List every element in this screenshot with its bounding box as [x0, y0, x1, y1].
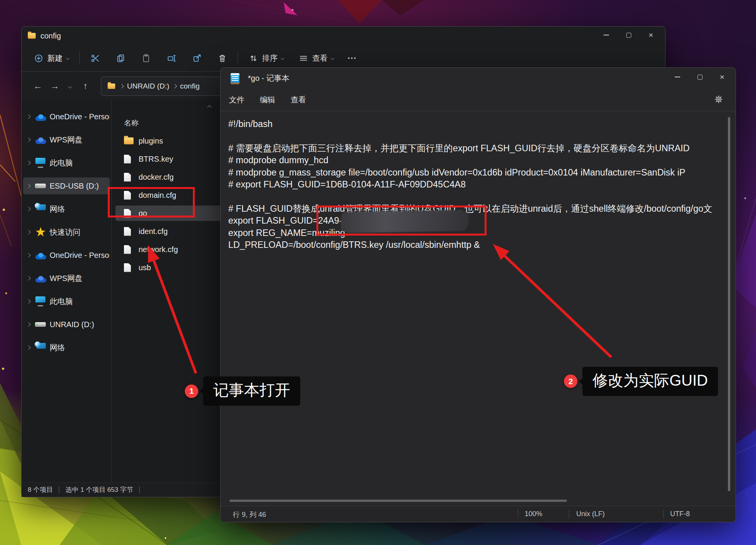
file-icon — [124, 245, 134, 254]
sidebar-item-wps-cloud-1[interactable]: WPS网盘 — [23, 131, 110, 148]
folder-icon — [124, 137, 134, 144]
minimize-button[interactable] — [666, 69, 689, 85]
cloud-wps-icon — [35, 272, 47, 284]
recent-locations-button[interactable] — [63, 83, 77, 89]
callout-step-1: 1 记事本打开 — [185, 377, 300, 405]
sidebar-item-wps-cloud-2[interactable]: WPS网盘 — [23, 270, 110, 287]
breadcrumb-drive[interactable]: UNRAID (D:) — [127, 82, 169, 90]
sidebar-item-this-pc-2[interactable]: 此电脑 — [23, 293, 110, 310]
minimize-icon — [675, 77, 680, 77]
view-button[interactable]: 查看 — [294, 50, 338, 67]
chevron-down-icon — [331, 56, 334, 60]
sidebar-item-onedrive-personal-2[interactable]: OneDrive - Personal — [23, 247, 110, 264]
chevron-expand-icon[interactable] — [26, 114, 30, 119]
share-button[interactable] — [187, 50, 206, 67]
new-button[interactable]: 新建 — [29, 50, 73, 67]
up-button[interactable]: ↑ — [77, 81, 94, 91]
notepad-menu-bar: 文件 编辑 查看 — [221, 89, 736, 111]
cloud-wps-icon — [35, 134, 47, 145]
maximize-button[interactable] — [617, 27, 640, 43]
status-separator — [569, 509, 569, 518]
sidebar-item-this-pc-1[interactable]: 此电脑 — [23, 154, 110, 171]
sidebar-item-quick-access[interactable]: 快速访问 — [23, 224, 110, 241]
horizontal-scrollbar[interactable] — [229, 500, 567, 502]
menu-view[interactable]: 查看 — [285, 92, 311, 108]
chevron-expand-icon[interactable] — [26, 160, 30, 165]
more-options-button[interactable] — [344, 54, 360, 62]
chevron-expand-icon[interactable] — [26, 230, 30, 234]
explorer-title-bar: config × — [22, 27, 665, 45]
maximize-icon — [626, 33, 631, 38]
chevron-expand-icon[interactable] — [26, 184, 30, 188]
file-icon — [124, 155, 134, 164]
sidebar-item-unraid-d[interactable]: UNRAID (D:) — [23, 316, 110, 333]
notepad-text-area[interactable]: #!/bin/bash# 需要硬盘启动把下面三行注释去掉，并把更下面行里的exp… — [228, 118, 719, 495]
drive-icon — [35, 319, 47, 330]
notepad-window-controls: × — [666, 69, 733, 85]
menu-edit[interactable]: 编辑 — [254, 92, 281, 108]
chevron-expand-icon[interactable] — [26, 276, 30, 280]
status-separator — [59, 486, 59, 493]
forward-button[interactable]: → — [46, 81, 63, 91]
column-header-name[interactable]: 名称 — [124, 118, 139, 128]
sort-button[interactable]: 排序 — [244, 50, 288, 67]
chevron-expand-icon[interactable] — [26, 137, 30, 142]
zoom-level[interactable]: 100% — [525, 510, 542, 518]
close-icon: × — [720, 72, 724, 82]
trash-icon — [217, 53, 227, 64]
selection-info: 选中 1 个项目 653 字节 — [65, 485, 133, 494]
chevron-expand-icon[interactable] — [26, 253, 30, 257]
paste-button[interactable] — [137, 50, 155, 67]
cut-button[interactable] — [86, 50, 104, 67]
notepad-text-line — [228, 130, 719, 142]
desktop: config × 新建 — [0, 0, 756, 545]
sidebar-item-network-2[interactable]: 网络 — [23, 339, 110, 356]
rename-button[interactable] — [162, 50, 181, 67]
sidebar-item-esd-usb-d[interactable]: ESD-USB (D:) — [23, 177, 110, 194]
maximize-icon — [697, 75, 702, 80]
chevron-expand-icon[interactable] — [26, 299, 30, 303]
step-number-badge: 1 — [185, 385, 198, 398]
copy-button[interactable] — [111, 50, 130, 67]
breadcrumb-folder[interactable]: config — [180, 82, 200, 90]
file-icon — [124, 263, 134, 272]
close-button[interactable]: × — [640, 27, 662, 43]
highlight-rect-guid-line — [316, 206, 487, 236]
sidebar-item-onedrive-personal-1[interactable]: OneDrive - Personal — [23, 108, 110, 125]
share-icon — [191, 53, 202, 64]
notepad-title-bar: *go - 记事本 × — [221, 68, 736, 89]
maximize-button[interactable] — [689, 69, 711, 85]
address-bar[interactable]: UNRAID (D:) config — [101, 77, 225, 96]
cursor-position: 行 9, 列 46 — [233, 510, 266, 519]
line-ending[interactable]: Unix (LF) — [576, 510, 605, 518]
encoding[interactable]: UTF-8 — [670, 510, 690, 518]
toolbar-separator — [238, 52, 238, 65]
chevron-expand-icon[interactable] — [26, 345, 30, 349]
close-icon: × — [649, 30, 653, 40]
vertical-scrollbar[interactable] — [728, 117, 730, 491]
step-number-badge: 2 — [564, 374, 577, 388]
settings-button[interactable] — [711, 92, 726, 107]
back-button[interactable]: ← — [29, 81, 46, 91]
close-button[interactable]: × — [711, 69, 733, 85]
callout-label: 记事本打开 — [203, 376, 300, 406]
chevron-down-icon — [68, 85, 72, 88]
chevron-expand-icon[interactable] — [26, 207, 30, 211]
items-count: 8 个项目 — [28, 485, 53, 494]
minimize-button[interactable] — [595, 27, 617, 43]
notepad-app-icon — [231, 73, 239, 84]
callout-step-2: 2 修改为实际GUID — [564, 366, 718, 396]
status-separator — [139, 486, 140, 493]
drive-icon — [35, 180, 47, 192]
status-separator — [518, 509, 518, 518]
notepad-window-title: *go - 记事本 — [248, 73, 289, 84]
file-icon — [124, 227, 134, 236]
plus-circle-icon — [33, 53, 44, 64]
notepad-text-line: # modprobe g_mass_storage file=/boot/con… — [228, 167, 719, 179]
menu-file[interactable]: 文件 — [224, 92, 250, 108]
sidebar-item-network-1[interactable]: 网络 — [23, 201, 110, 217]
delete-button[interactable] — [213, 50, 231, 67]
chevron-expand-icon[interactable] — [26, 322, 30, 326]
status-separator — [663, 509, 664, 518]
folder-icon — [108, 83, 115, 89]
